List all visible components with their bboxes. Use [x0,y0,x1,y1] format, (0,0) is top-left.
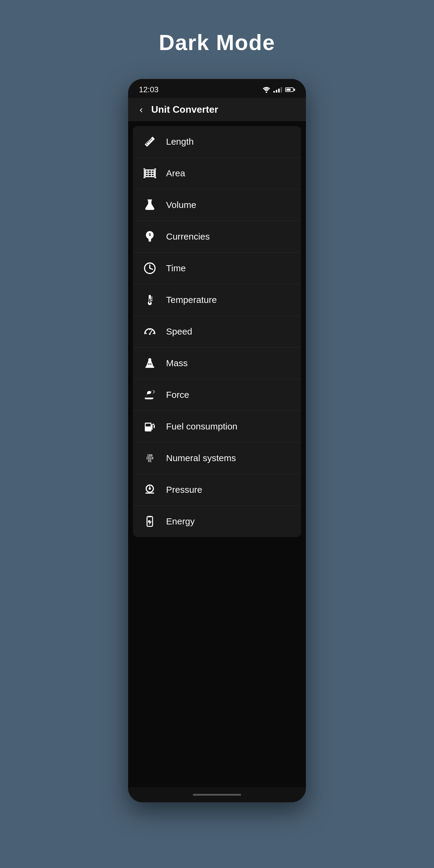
menu-list: Length [133,126,301,537]
svg-line-30 [145,333,147,334]
svg-point-34 [149,333,151,335]
svg-line-31 [153,333,154,334]
svg-line-33 [150,330,152,334]
battery-icon [285,87,295,92]
menu-item-temperature[interactable]: Temperature [133,284,301,316]
svg-text:01: 01 [148,459,152,463]
menu-item-currencies[interactable]: $ Currencies [133,221,301,253]
area-icon [142,165,158,181]
muscle-icon [142,387,158,403]
svg-rect-8 [145,170,154,177]
home-bar [193,794,241,796]
clock-icon [142,260,158,276]
menu-label-temperature: Temperature [166,295,217,305]
menu-label-area: Area [166,168,185,179]
thermometer-icon [142,292,158,308]
phone-frame: 12:03 [128,79,306,802]
menu-label-speed: Speed [166,327,192,337]
svg-rect-19 [148,199,152,201]
menu-item-pressure[interactable]: Pressure [133,474,301,506]
menu-label-length: Length [166,136,194,147]
svg-rect-50 [148,516,152,518]
money-icon: $ [142,229,158,244]
svg-text:KG: KG [148,363,152,366]
svg-line-23 [150,268,153,270]
binary-icon: 100 1010 01 [142,450,158,466]
signal-icon [273,87,282,93]
home-indicator [128,787,306,802]
menu-item-fuel[interactable]: Fuel consumption [133,411,301,442]
menu-label-mass: Mass [166,358,188,368]
menu-label-numeral: Numeral systems [166,453,236,463]
ruler-icon [142,134,158,150]
status-time: 12:03 [139,85,158,94]
menu-item-force[interactable]: Force [133,379,301,411]
menu-item-energy[interactable]: Energy [133,506,301,537]
wifi-icon [262,87,270,93]
svg-rect-38 [146,424,151,427]
svg-rect-39 [152,424,153,430]
toolbar: ‹ Unit Converter [128,98,306,121]
menu-item-mass[interactable]: KG Mass [133,347,301,379]
back-button[interactable]: ‹ [137,103,145,116]
menu-label-currencies: Currencies [166,231,210,242]
menu-label-time: Time [166,263,186,273]
status-bar: 12:03 [128,79,306,98]
menu-label-pressure: Pressure [166,485,202,495]
content-area: Length [128,121,306,787]
menu-label-volume: Volume [166,200,196,210]
weight-icon: KG [142,355,158,371]
page-title: Dark Mode [159,30,275,55]
flask-icon [142,197,158,213]
svg-rect-40 [153,424,154,425]
svg-rect-35 [145,367,154,368]
svg-rect-48 [145,493,154,494]
svg-rect-41 [154,425,155,428]
svg-text:$: $ [149,232,151,237]
menu-label-fuel: Fuel consumption [166,421,238,432]
menu-item-volume[interactable]: Volume [133,189,301,221]
speedometer-icon [142,324,158,339]
svg-rect-26 [149,299,150,303]
menu-label-force: Force [166,390,189,400]
menu-item-time[interactable]: Time [133,253,301,284]
menu-item-length[interactable]: Length [133,126,301,158]
menu-item-speed[interactable]: Speed [133,316,301,347]
menu-item-area[interactable]: Area [133,158,301,189]
menu-item-numeral[interactable]: 100 1010 01 Numeral systems [133,442,301,474]
pressure-icon [142,482,158,498]
svg-point-0 [266,91,267,93]
svg-rect-1 [145,136,155,147]
fuel-icon [142,418,158,434]
status-icons [262,87,295,93]
menu-label-energy: Energy [166,516,195,527]
toolbar-title: Unit Converter [151,104,218,115]
energy-icon [142,514,158,529]
